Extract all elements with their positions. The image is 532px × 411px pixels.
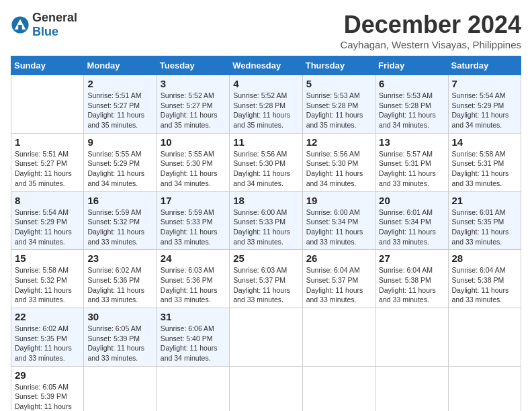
calendar-cell: 30Sunrise: 6:05 AMSunset: 5:39 PMDayligh… <box>84 308 157 367</box>
calendar-cell <box>375 366 448 411</box>
title-block: December 2024 Cayhagan, Western Visayas,… <box>340 11 521 50</box>
page-header: General Blue December 2024 Cayhagan, Wes… <box>11 11 521 50</box>
calendar-cell: 16Sunrise: 5:59 AMSunset: 5:32 PMDayligh… <box>84 191 157 250</box>
day-number: 11 <box>233 136 298 148</box>
calendar-cell <box>11 75 84 134</box>
svg-rect-2 <box>18 25 22 30</box>
calendar-cell: 10Sunrise: 5:55 AMSunset: 5:30 PMDayligh… <box>157 133 229 191</box>
day-info: Sunrise: 6:05 AMSunset: 5:39 PMDaylight:… <box>87 324 152 363</box>
calendar-cell: 13Sunrise: 5:57 AMSunset: 5:31 PMDayligh… <box>375 133 448 191</box>
calendar-cell <box>375 308 448 367</box>
calendar-cell: 19Sunrise: 6:00 AMSunset: 5:34 PMDayligh… <box>302 191 375 250</box>
day-info: Sunrise: 5:54 AMSunset: 5:29 PMDaylight:… <box>452 91 517 130</box>
day-number: 31 <box>161 311 226 322</box>
calendar-week-row: 22Sunrise: 6:02 AMSunset: 5:35 PMDayligh… <box>11 308 521 367</box>
calendar-cell: 18Sunrise: 6:00 AMSunset: 5:33 PMDayligh… <box>230 191 302 250</box>
day-number: 12 <box>306 136 371 148</box>
day-info: Sunrise: 5:59 AMSunset: 5:32 PMDaylight:… <box>87 208 152 247</box>
day-info: Sunrise: 6:04 AMSunset: 5:38 PMDaylight:… <box>452 265 517 305</box>
calendar-cell <box>448 308 521 367</box>
day-number: 20 <box>379 195 444 206</box>
day-number: 10 <box>161 136 226 148</box>
logo-icon <box>11 15 30 34</box>
day-info: Sunrise: 5:58 AMSunset: 5:31 PMDaylight:… <box>452 149 517 189</box>
day-info: Sunrise: 6:03 AMSunset: 5:36 PMDaylight:… <box>161 265 226 305</box>
logo: General Blue <box>11 11 77 39</box>
calendar-cell <box>230 366 302 411</box>
day-info: Sunrise: 6:00 AMSunset: 5:33 PMDaylight:… <box>233 208 298 247</box>
calendar-cell: 26Sunrise: 6:04 AMSunset: 5:37 PMDayligh… <box>302 250 375 308</box>
calendar-week-row: 8Sunrise: 5:54 AMSunset: 5:29 PMDaylight… <box>11 191 521 250</box>
calendar-cell: 20Sunrise: 6:01 AMSunset: 5:34 PMDayligh… <box>375 191 448 250</box>
calendar-cell: 5Sunrise: 5:53 AMSunset: 5:28 PMDaylight… <box>302 75 375 134</box>
day-info: Sunrise: 6:03 AMSunset: 5:37 PMDaylight:… <box>233 265 298 305</box>
calendar-week-row: 29Sunrise: 6:05 AMSunset: 5:39 PMDayligh… <box>11 366 521 411</box>
logo-text-blue: Blue <box>32 25 58 38</box>
calendar-cell: 25Sunrise: 6:03 AMSunset: 5:37 PMDayligh… <box>230 250 302 308</box>
day-number: 14 <box>452 136 517 148</box>
day-number: 17 <box>161 195 226 206</box>
column-header-thursday: Thursday <box>302 56 375 75</box>
calendar-cell: 6Sunrise: 5:53 AMSunset: 5:28 PMDaylight… <box>375 75 448 134</box>
calendar-cell: 9Sunrise: 5:55 AMSunset: 5:29 PMDaylight… <box>84 133 157 191</box>
day-number: 18 <box>233 195 298 206</box>
column-header-monday: Monday <box>84 56 157 75</box>
day-number: 7 <box>452 78 517 89</box>
day-number: 8 <box>15 195 80 206</box>
day-number: 9 <box>87 136 152 148</box>
calendar-cell <box>448 366 521 411</box>
day-number: 28 <box>452 253 517 264</box>
calendar-cell <box>230 308 302 367</box>
calendar-cell: 2Sunrise: 5:51 AMSunset: 5:27 PMDaylight… <box>84 75 157 134</box>
day-info: Sunrise: 6:04 AMSunset: 5:37 PMDaylight:… <box>306 265 371 305</box>
calendar-cell: 22Sunrise: 6:02 AMSunset: 5:35 PMDayligh… <box>11 308 84 367</box>
day-info: Sunrise: 5:54 AMSunset: 5:29 PMDaylight:… <box>15 208 80 247</box>
day-number: 24 <box>161 253 226 264</box>
day-info: Sunrise: 6:04 AMSunset: 5:38 PMDaylight:… <box>379 265 444 305</box>
day-number: 23 <box>87 253 152 264</box>
day-info: Sunrise: 5:51 AMSunset: 5:27 PMDaylight:… <box>87 91 152 130</box>
day-info: Sunrise: 6:01 AMSunset: 5:35 PMDaylight:… <box>452 208 517 247</box>
calendar-cell <box>302 366 375 411</box>
column-header-tuesday: Tuesday <box>157 56 229 75</box>
day-info: Sunrise: 6:02 AMSunset: 5:35 PMDaylight:… <box>15 324 80 363</box>
day-number: 5 <box>306 78 371 89</box>
day-info: Sunrise: 6:02 AMSunset: 5:36 PMDaylight:… <box>87 265 152 305</box>
day-number: 13 <box>379 136 444 148</box>
calendar-cell: 17Sunrise: 5:59 AMSunset: 5:33 PMDayligh… <box>157 191 229 250</box>
day-info: Sunrise: 6:00 AMSunset: 5:34 PMDaylight:… <box>306 208 371 247</box>
day-number: 2 <box>87 78 152 89</box>
location-title: Cayhagan, Western Visayas, Philippines <box>340 39 521 50</box>
day-info: Sunrise: 5:55 AMSunset: 5:30 PMDaylight:… <box>161 149 226 189</box>
day-number: 25 <box>233 253 298 264</box>
calendar-cell: 27Sunrise: 6:04 AMSunset: 5:38 PMDayligh… <box>375 250 448 308</box>
calendar-cell: 8Sunrise: 5:54 AMSunset: 5:29 PMDaylight… <box>11 191 84 250</box>
calendar-cell <box>157 366 229 411</box>
day-number: 15 <box>15 253 80 264</box>
calendar-week-row: 1Sunrise: 5:51 AMSunset: 5:27 PMDaylight… <box>11 133 521 191</box>
day-number: 22 <box>15 311 80 322</box>
day-number: 21 <box>452 195 517 206</box>
day-number: 29 <box>15 369 80 381</box>
calendar-cell: 4Sunrise: 5:52 AMSunset: 5:28 PMDaylight… <box>230 75 302 134</box>
day-number: 3 <box>161 78 226 89</box>
calendar-cell: 23Sunrise: 6:02 AMSunset: 5:36 PMDayligh… <box>84 250 157 308</box>
day-info: Sunrise: 5:53 AMSunset: 5:28 PMDaylight:… <box>306 91 371 130</box>
calendar-cell: 14Sunrise: 5:58 AMSunset: 5:31 PMDayligh… <box>448 133 521 191</box>
day-info: Sunrise: 5:56 AMSunset: 5:30 PMDaylight:… <box>233 149 298 189</box>
calendar-cell: 29Sunrise: 6:05 AMSunset: 5:39 PMDayligh… <box>11 366 84 411</box>
calendar-cell: 15Sunrise: 5:58 AMSunset: 5:32 PMDayligh… <box>11 250 84 308</box>
column-header-friday: Friday <box>375 56 448 75</box>
day-number: 16 <box>87 195 152 206</box>
calendar-cell: 21Sunrise: 6:01 AMSunset: 5:35 PMDayligh… <box>448 191 521 250</box>
day-info: Sunrise: 5:51 AMSunset: 5:27 PMDaylight:… <box>15 149 80 189</box>
day-number: 30 <box>87 311 152 322</box>
day-number: 27 <box>379 253 444 264</box>
month-title: December 2024 <box>340 11 521 39</box>
day-info: Sunrise: 5:59 AMSunset: 5:33 PMDaylight:… <box>161 208 226 247</box>
column-header-sunday: Sunday <box>11 56 84 75</box>
calendar-cell: 31Sunrise: 6:06 AMSunset: 5:40 PMDayligh… <box>157 308 229 367</box>
calendar-cell: 1Sunrise: 5:51 AMSunset: 5:27 PMDaylight… <box>11 133 84 191</box>
column-header-saturday: Saturday <box>448 56 521 75</box>
calendar-cell: 12Sunrise: 5:56 AMSunset: 5:30 PMDayligh… <box>302 133 375 191</box>
